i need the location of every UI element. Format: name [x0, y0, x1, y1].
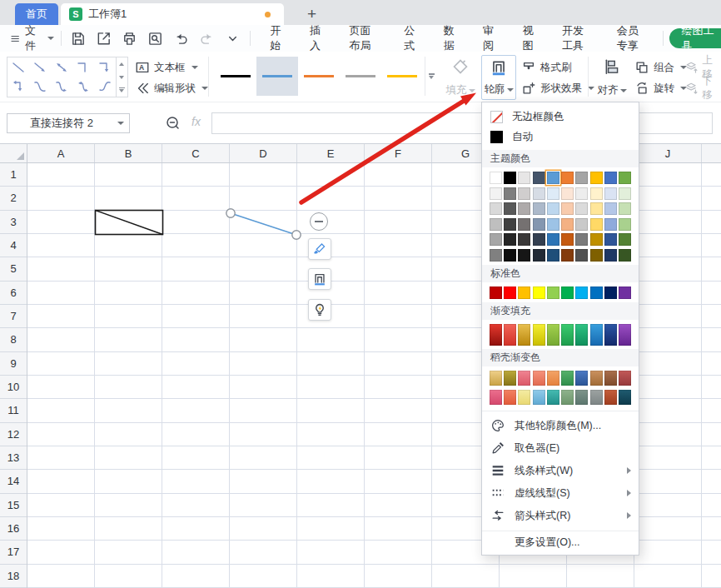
gradient-fill-swatch[interactable]: [533, 324, 545, 346]
straight-connector-cell[interactable]: [7, 57, 29, 77]
name-box-dropdown-icon[interactable]: [117, 122, 124, 125]
row-header-7[interactable]: 7: [0, 305, 27, 328]
row-header-14[interactable]: 14: [0, 470, 27, 493]
theme-tint-swatch[interactable]: [490, 249, 502, 262]
row-header-9[interactable]: 9: [0, 352, 27, 376]
theme-color-swatch[interactable]: [504, 172, 516, 184]
elbow-connector-cell[interactable]: [72, 57, 94, 77]
theme-tint-swatch[interactable]: [547, 249, 559, 262]
theme-tint-swatch[interactable]: [547, 218, 559, 231]
column-header-B[interactable]: B: [95, 144, 162, 162]
edit-shape-button[interactable]: 编辑形状: [135, 80, 208, 97]
theme-tint-swatch[interactable]: [504, 249, 516, 262]
gradient-fill-swatch[interactable]: [619, 324, 631, 346]
theme-color-swatch[interactable]: [518, 172, 530, 184]
dash-style-item[interactable]: 虚线线型(S): [482, 482, 639, 505]
no-border-color-item[interactable]: 无边框颜色: [482, 107, 639, 127]
gradient-fill-swatch[interactable]: [604, 324, 617, 346]
theme-tint-swatch[interactable]: [504, 187, 516, 200]
row-header-18[interactable]: 18: [0, 565, 27, 588]
column-header-D[interactable]: D: [230, 144, 297, 162]
select-all-corner[interactable]: [0, 144, 27, 163]
theme-tint-swatch[interactable]: [547, 233, 559, 246]
align-button[interactable]: 对齐: [594, 55, 629, 100]
theme-color-swatch[interactable]: [604, 172, 617, 184]
standard-color-swatch[interactable]: [590, 287, 603, 299]
docer-gradient-swatch[interactable]: [604, 371, 617, 386]
group-button[interactable]: 组合: [634, 59, 687, 76]
row-header-4[interactable]: 4: [0, 234, 27, 257]
straight-arrow-cell[interactable]: [29, 57, 51, 77]
theme-tint-swatch[interactable]: [533, 249, 545, 262]
theme-tint-swatch[interactable]: [547, 187, 559, 200]
theme-tint-swatch[interactable]: [490, 218, 502, 231]
outline-button[interactable]: 轮廓: [481, 55, 516, 100]
theme-tint-swatch[interactable]: [533, 187, 545, 200]
s-curve-cell[interactable]: [94, 77, 116, 97]
gradient-fill-swatch[interactable]: [518, 324, 530, 346]
theme-tint-swatch[interactable]: [561, 202, 574, 215]
theme-tint-swatch[interactable]: [590, 249, 603, 262]
theme-tint-swatch[interactable]: [561, 187, 574, 200]
theme-tint-swatch[interactable]: [518, 233, 530, 246]
theme-tint-swatch[interactable]: [490, 233, 502, 246]
fill-button[interactable]: 填充: [443, 55, 478, 100]
column-header-A[interactable]: A: [27, 144, 95, 162]
theme-color-swatch[interactable]: [575, 172, 588, 184]
row-header-13[interactable]: 13: [0, 446, 27, 470]
theme-color-swatch[interactable]: [561, 172, 574, 184]
row-header-8[interactable]: 8: [0, 328, 27, 351]
docer-gradient-swatch[interactable]: [518, 390, 530, 405]
theme-tint-swatch[interactable]: [619, 249, 631, 262]
theme-tint-swatch[interactable]: [575, 218, 588, 231]
save-button[interactable]: [68, 28, 88, 48]
theme-tint-swatch[interactable]: [533, 218, 545, 231]
row-header-11[interactable]: 11: [0, 399, 27, 422]
docer-gradient-swatch[interactable]: [575, 390, 588, 405]
line-style-swatch[interactable]: [215, 57, 256, 96]
column-header-C[interactable]: C: [162, 144, 230, 162]
collapse-toolbar-button[interactable]: [310, 212, 328, 231]
theme-tint-swatch[interactable]: [490, 202, 502, 215]
redo-button[interactable]: [197, 28, 217, 48]
docer-gradient-swatch[interactable]: [604, 390, 617, 405]
theme-tint-swatch[interactable]: [518, 187, 530, 200]
print-preview-button[interactable]: [146, 28, 166, 48]
curved-arrow-cell[interactable]: [51, 77, 72, 97]
gradient-fill-swatch[interactable]: [575, 324, 588, 346]
row-header-12[interactable]: 12: [0, 423, 27, 446]
undo-button[interactable]: [172, 28, 191, 48]
row-header-5[interactable]: 5: [0, 257, 27, 281]
elbow-double-arrow-cell[interactable]: [7, 77, 29, 97]
theme-tint-swatch[interactable]: [619, 187, 631, 200]
theme-tint-swatch[interactable]: [518, 202, 530, 215]
line-style-swatch[interactable]: [256, 57, 298, 96]
theme-tint-swatch[interactable]: [590, 202, 603, 215]
theme-tint-swatch[interactable]: [518, 218, 530, 231]
text-box-button[interactable]: A 文本框: [135, 59, 198, 76]
theme-color-swatch[interactable]: [619, 172, 631, 184]
theme-tint-swatch[interactable]: [619, 233, 631, 246]
smart-tip-button[interactable]: [308, 299, 331, 321]
gallery-scroll-up-button[interactable]: [116, 57, 127, 71]
docer-gradient-swatch[interactable]: [590, 371, 603, 386]
standard-color-swatch[interactable]: [533, 287, 545, 299]
standard-color-swatch[interactable]: [575, 287, 588, 299]
quick-style-brush-button[interactable]: [308, 238, 331, 260]
bring-forward-button[interactable]: 上移: [684, 59, 721, 76]
theme-tint-swatch[interactable]: [575, 233, 588, 246]
palette-item[interactable]: 其他轮廓颜色(M)...: [482, 415, 639, 437]
standard-color-swatch[interactable]: [547, 287, 559, 299]
docer-gradient-swatch[interactable]: [547, 390, 559, 405]
standard-color-swatch[interactable]: [561, 287, 574, 299]
theme-tint-swatch[interactable]: [504, 202, 516, 215]
docer-gradient-swatch[interactable]: [504, 371, 516, 386]
theme-tint-swatch[interactable]: [590, 233, 603, 246]
file-menu-button[interactable]: 文件: [10, 23, 54, 53]
theme-tint-swatch[interactable]: [518, 249, 530, 262]
theme-tint-swatch[interactable]: [575, 202, 588, 215]
curved-double-arrow-cell[interactable]: [72, 77, 94, 97]
rotate-button[interactable]: 旋转: [634, 80, 687, 97]
theme-color-swatch[interactable]: [533, 172, 545, 184]
theme-tint-swatch[interactable]: [575, 249, 588, 262]
